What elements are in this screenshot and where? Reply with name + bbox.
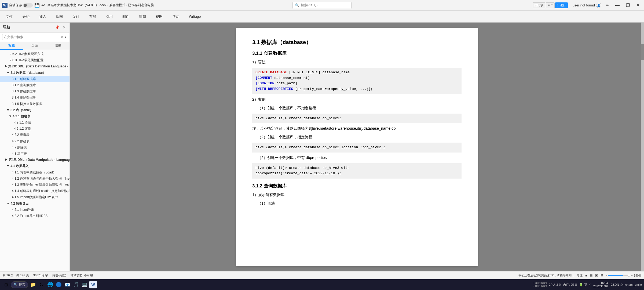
view-icon-web[interactable]: ▦ bbox=[590, 274, 592, 277]
taskbar-music[interactable]: 🎵 bbox=[72, 281, 80, 288]
sidebar-pin-icon[interactable]: 📌 bbox=[54, 25, 60, 30]
example2-title: （2）创建一个数据库，指定路径 bbox=[258, 134, 462, 140]
save-icon[interactable]: 💾 bbox=[34, 3, 40, 8]
nav-item-262[interactable]: 2.6.2 Hive参数配置方式 bbox=[0, 51, 69, 57]
nav-item-411[interactable]: 4.1.1 向表中装载数据（Load） bbox=[0, 169, 69, 176]
view-icon-read[interactable]: ⊞ bbox=[601, 274, 603, 277]
undo-icon[interactable]: ↩ bbox=[41, 3, 45, 8]
nav-item-263[interactable]: 2.6.3 Hive常见属性配置 bbox=[0, 57, 69, 63]
sys-tray-icons: 🔋 英 拼 bbox=[579, 282, 592, 287]
restore-button[interactable]: ❐ bbox=[624, 1, 632, 9]
nav-item-32[interactable]: ▼ 3.2 表（table） bbox=[0, 107, 69, 113]
sidebar-tab-pages[interactable]: 页面 bbox=[23, 42, 46, 50]
nav-item-42[interactable]: ▼ 4.2 数据导出 bbox=[0, 201, 69, 207]
nav-item-313[interactable]: 3.1.3 修改数据库 bbox=[0, 88, 69, 95]
nav-item-422-export[interactable]: 4.2.2 Export导出到HDFS bbox=[0, 213, 69, 219]
minimize-button[interactable]: — bbox=[613, 1, 622, 9]
doc-scrollbar[interactable] bbox=[641, 23, 644, 271]
menu-help[interactable]: 帮助 bbox=[171, 13, 181, 20]
menu-design[interactable]: 设计 bbox=[71, 13, 81, 20]
title-bar: W 自动保存 💾 ↩ 尚硅谷大数据技术之Hive（V4.8.0）.docx - … bbox=[0, 0, 644, 11]
taskbar-computer[interactable]: 💻 bbox=[81, 281, 88, 288]
sidebar-tab-results[interactable]: 结果 bbox=[46, 42, 69, 50]
menu-mail[interactable]: 邮件 bbox=[121, 13, 131, 20]
sidebar-tabs: 标题 页面 结果 bbox=[0, 42, 69, 50]
menu-home[interactable]: 开始 bbox=[21, 13, 31, 20]
example1-code: hive (default)> create database db_hive1… bbox=[255, 116, 341, 120]
taskbar-edge[interactable]: 🔵 bbox=[55, 281, 63, 288]
reading-button[interactable]: 》进行 bbox=[555, 2, 568, 8]
start-menu-button[interactable]: ⊞ bbox=[2, 281, 10, 288]
menu-draw[interactable]: 绘图 bbox=[54, 13, 64, 20]
taskbar-folder[interactable]: 🗂 bbox=[38, 281, 45, 288]
taskbar-word[interactable]: W bbox=[89, 281, 97, 288]
taskbar-browser[interactable]: 🌐 bbox=[46, 281, 54, 288]
nav-item-421-insert[interactable]: 4.2.1 Insert导出 bbox=[0, 207, 69, 213]
example1-title: （1）创建一个数据库，不指定路径 bbox=[258, 105, 462, 111]
doc-scrollbar-thumb[interactable] bbox=[641, 44, 644, 60]
sidebar-tab-headings[interactable]: 标题 bbox=[0, 42, 23, 50]
nav-item-315[interactable]: 3.1.5 切换当前数据库 bbox=[0, 101, 69, 107]
menu-review[interactable]: 审阅 bbox=[137, 13, 148, 20]
nav-item-422-modify[interactable]: 4.2.2 修改表 bbox=[0, 138, 69, 144]
menu-insert[interactable]: 插入 bbox=[38, 13, 48, 20]
compare-button[interactable]: 口比较 bbox=[533, 2, 545, 8]
nav-item-311[interactable]: 3.1.1 创建数据库 bbox=[0, 76, 69, 82]
status-page-info: 第 26 页，共 149 页 bbox=[3, 273, 29, 277]
nav-item-421[interactable]: ▼ 4.2.1 创建表 bbox=[0, 113, 69, 119]
nav-item-ch4[interactable]: ▶ 第4章 DML（Data Manipulation Language）数据.… bbox=[0, 157, 69, 163]
section-312-title: 3.1.2 查询数据库 bbox=[252, 183, 462, 189]
close-button[interactable]: ✕ bbox=[634, 1, 642, 9]
start-icon: ⊞ bbox=[4, 282, 8, 287]
nav-item-312[interactable]: 3.1.2 查询数据库 bbox=[0, 82, 69, 88]
edit-button[interactable]: ✏ ≡ bbox=[546, 2, 554, 8]
nav-item-422-view[interactable]: 4.2.2 查看表 bbox=[0, 132, 69, 138]
net-speed-down: ↑ 3.09 KB/s bbox=[533, 282, 547, 285]
nav-item-4212[interactable]: 4.2.1.2 案例 bbox=[0, 126, 69, 132]
autosave-toggle[interactable] bbox=[23, 3, 33, 8]
user-avatar[interactable]: 👤 bbox=[596, 3, 601, 8]
ime-label[interactable]: 拼 bbox=[588, 282, 592, 287]
nav-item-ch3[interactable]: ▶ 第3章 DDL（Data Definition Language）数据定义 bbox=[0, 63, 69, 70]
sidebar-search-dropdown-icon[interactable]: ▼ bbox=[64, 36, 67, 39]
system-clock[interactable]: 16:34 2022/11/18 bbox=[593, 281, 608, 288]
global-search-box[interactable]: 🔍 搜索(Alt+Q) bbox=[292, 2, 352, 9]
nav-item-415[interactable]: 4.1.5 Import数据到指定Hive表中 bbox=[0, 194, 69, 200]
sidebar-search-input[interactable] bbox=[2, 34, 67, 40]
example-label: 2）案例 bbox=[252, 96, 462, 103]
menu-file[interactable]: 文件 bbox=[4, 13, 14, 20]
view-icon-normal[interactable]: ■ bbox=[585, 274, 587, 277]
zoom-minus-btn[interactable]: − bbox=[606, 274, 607, 277]
menu-writage[interactable]: Writage bbox=[187, 13, 203, 20]
menu-layout[interactable]: 布局 bbox=[87, 13, 98, 20]
nav-item-31[interactable]: ▼ 3.1 数据库（database） bbox=[0, 70, 69, 76]
lang-en-label[interactable]: 英 bbox=[584, 282, 587, 287]
nav-item-41[interactable]: ▼ 4.1 数据导入 bbox=[0, 163, 69, 169]
menu-view[interactable]: 视图 bbox=[154, 13, 164, 20]
clock-date: 2022/11/18 bbox=[593, 285, 608, 288]
taskbar-mail[interactable]: 📧 bbox=[64, 281, 71, 288]
nav-item-47[interactable]: 4.7 删除表 bbox=[0, 144, 69, 151]
nav-item-412[interactable]: 4.1.2 通过查询语句向表中插入数据（Insert） bbox=[0, 176, 69, 182]
nav-item-4211[interactable]: 4.2.1.1 语法 bbox=[0, 119, 69, 126]
view-icon-outline[interactable]: ▣ bbox=[595, 274, 598, 277]
taskbar-file-explorer[interactable]: 📁 bbox=[29, 281, 37, 288]
nav-item-414[interactable]: 4.1.4 创建表时通过Location指定加载数据路径 bbox=[0, 188, 69, 194]
zoom-level[interactable]: 140% bbox=[634, 274, 641, 277]
menu-references[interactable]: 引用 bbox=[104, 13, 114, 20]
pen-icon[interactable]: ✏ bbox=[603, 1, 611, 9]
zoom-plus-btn[interactable]: + bbox=[631, 274, 632, 277]
example1-note: 注：若不指定路径，其默认路径为${hive.metastore.warehous… bbox=[252, 125, 462, 132]
taskbar-search-button[interactable]: 🔍 搜索 bbox=[11, 281, 28, 288]
user-info: user not found 👤 bbox=[573, 3, 601, 8]
sidebar-nav-tree: 2.6.2 Hive参数配置方式 2.6.3 Hive常见属性配置 ▶ 第3章 … bbox=[0, 50, 69, 271]
ribbon-quick-btns: 口比较 ✏ ≡ 》进行 bbox=[533, 2, 568, 8]
sidebar-close-icon[interactable]: ✕ bbox=[61, 25, 67, 30]
nav-item-413[interactable]: 4.1.3 查询语句中创建表并加载数据（As Sele...） bbox=[0, 182, 69, 188]
nav-item-48[interactable]: 4.8 清空表 bbox=[0, 151, 69, 157]
zoom-slider[interactable] bbox=[608, 275, 630, 276]
sidebar-search-clear-icon[interactable]: ✕ bbox=[61, 35, 64, 39]
nav-item-314[interactable]: 3.1.4 删除数据库 bbox=[0, 95, 69, 101]
syntax-code-block: CREATE DATABASE [IF NOT EXISTS] database… bbox=[252, 68, 462, 94]
status-bar: 第 26 页，共 149 页 36578 个字 英语(美国) 辅助功能: 不可用… bbox=[0, 271, 644, 279]
